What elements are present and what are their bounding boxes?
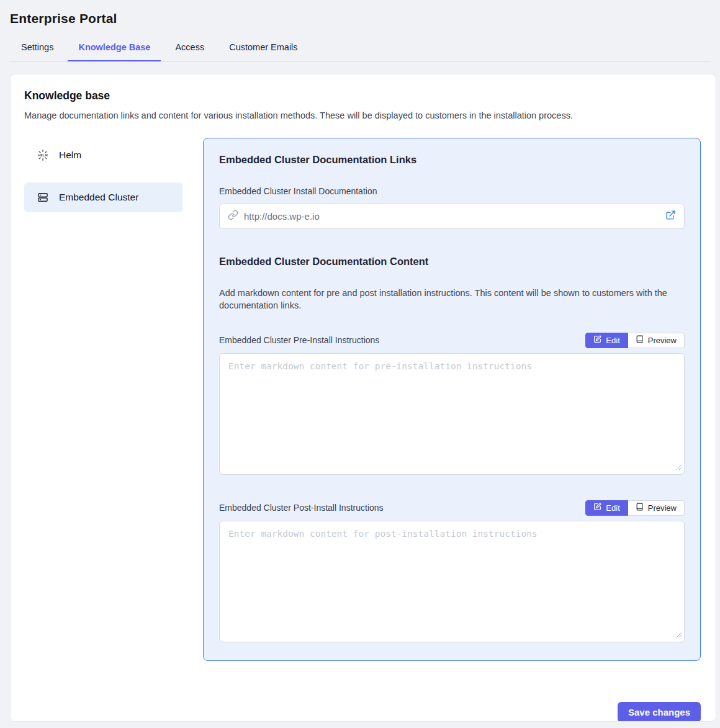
tab-bar: Settings Knowledge Base Access Customer … [10,36,710,61]
page-title: Enterprise Portal [10,11,710,26]
post-install-textarea[interactable] [219,521,685,642]
book-icon [636,335,644,345]
sidebar-item-embedded-cluster[interactable]: Embedded Cluster [24,182,182,212]
documentation-content-section: Embedded Cluster Documentation Content A… [219,256,685,645]
links-section-title: Embedded Cluster Documentation Links [219,154,685,166]
footer-actions: Save changes [24,702,701,722]
pre-install-textarea[interactable] [219,353,685,475]
edit-pen-icon [593,335,601,345]
content-section-description: Add markdown content for pre and post in… [219,287,685,312]
server-stack-icon [37,191,49,204]
post-install-label: Embedded Cluster Post-Install Instructio… [219,503,384,513]
post-install-mode-toggle: Edit Preview [585,500,685,516]
documentation-links-section: Embedded Cluster Documentation Links Emb… [219,154,685,229]
edit-pen-icon [593,503,601,513]
helm-icon: HELM [37,149,49,161]
link-icon [228,210,238,223]
pre-install-edit-button[interactable]: Edit [585,333,628,348]
embedded-cluster-panel: Embedded Cluster Documentation Links Emb… [203,138,701,661]
post-install-editor: Embedded Cluster Post-Install Instructio… [219,500,685,645]
post-install-edit-button[interactable]: Edit [585,500,628,516]
tab-access[interactable]: Access [164,36,215,61]
book-icon [636,503,644,513]
sidebar-item-label: Embedded Cluster [59,192,138,203]
tab-settings[interactable]: Settings [11,36,64,61]
sidebar-item-label: Helm [59,150,81,161]
svg-text:HELM: HELM [38,153,48,156]
install-doc-url-field [219,204,685,229]
page-header: Enterprise Portal [0,0,720,26]
tab-customer-emails[interactable]: Customer Emails [218,36,308,61]
pre-install-label: Embedded Cluster Pre-Install Instruction… [219,335,379,345]
pre-install-mode-toggle: Edit Preview [585,333,685,348]
pre-install-editor: Embedded Cluster Pre-Install Instruction… [219,333,685,477]
save-changes-button[interactable]: Save changes [618,702,701,722]
knowledge-base-card: Knowledge base Manage documentation link… [10,74,716,722]
card-description: Manage documentation links and content f… [24,110,701,120]
sidebar-item-helm[interactable]: HELM Helm [24,140,182,170]
install-doc-label: Embedded Cluster Install Documentation [219,186,685,196]
card-title: Knowledge base [24,89,701,102]
content-section-title: Embedded Cluster Documentation Content [219,256,685,267]
tab-knowledge-base[interactable]: Knowledge Base [68,36,161,61]
install-method-sidebar: HELM Helm Embedded Cluster [24,138,182,225]
post-install-preview-button[interactable]: Preview [628,500,685,516]
external-link-icon [665,210,676,222]
open-link-button[interactable] [665,210,676,222]
install-doc-url-input[interactable] [244,211,660,222]
pre-install-preview-button[interactable]: Preview [628,333,685,348]
